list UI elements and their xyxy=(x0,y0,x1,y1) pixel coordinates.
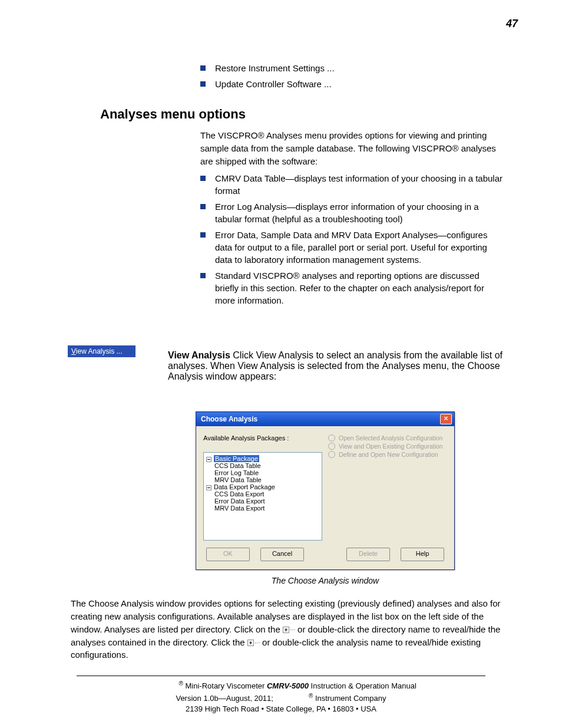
packages-tree[interactable]: Basic Package CCS Data Table Error Log T… xyxy=(203,452,322,541)
intro-paragraph: The VISCPRO® Analyses menu provides opti… xyxy=(200,129,503,167)
packages-label: Available Analysis Packages : xyxy=(203,434,322,442)
list-item: Error Log Analysis—displays error inform… xyxy=(200,200,503,225)
menu-item-label: iew Analysis ... xyxy=(76,347,123,355)
bullet-text: Error Log Analysis—displays error inform… xyxy=(215,200,503,225)
help-button[interactable]: Help xyxy=(401,548,444,561)
tree-leaf[interactable]: MRV Data Export xyxy=(214,505,319,512)
tree-leaf[interactable]: Error Data Export xyxy=(214,498,319,505)
radio-icon xyxy=(328,434,335,442)
bullet-text: CMRV Data Table—displays test informatio… xyxy=(215,172,503,197)
radio-icon xyxy=(328,443,335,450)
list-item: Update Controller Software ... xyxy=(200,78,503,90)
ok-button[interactable]: OK xyxy=(206,548,250,561)
list-item: CMRV Data Table—displays test informatio… xyxy=(200,172,503,197)
bullet-text: Error Data, Sample Data and MRV Data Exp… xyxy=(215,229,503,266)
list-item: Standard VISCPRO® analyses and reporting… xyxy=(200,269,503,307)
tree-leaf[interactable]: MRV Data Table xyxy=(214,476,319,483)
bullet-icon xyxy=(200,176,206,181)
tree-leaf[interactable]: CCS Data Export xyxy=(214,490,319,498)
tree-line-icon xyxy=(290,630,295,630)
close-icon[interactable]: × xyxy=(440,414,452,424)
plus-icon xyxy=(247,640,254,646)
bullet-icon xyxy=(200,81,206,87)
tree-node-basic[interactable]: Basic Package xyxy=(214,455,259,462)
tree-leaf[interactable]: Error Log Table xyxy=(214,469,319,476)
dialog-choose-analysis: Choose Analysis × Available Analysis Pac… xyxy=(196,411,455,570)
bullet-icon xyxy=(200,273,206,278)
delete-button[interactable]: Delete xyxy=(346,548,390,561)
menu-item-view-analysis[interactable]: View Analysis ... xyxy=(68,345,135,357)
figure-caption: The Choose Analysis window xyxy=(147,576,503,585)
radio-define-new[interactable]: Define and Open New Configuration xyxy=(328,451,447,458)
cancel-button[interactable]: Cancel xyxy=(260,548,304,561)
bullet-text: Update Controller Software ... xyxy=(215,78,332,90)
plus-icon xyxy=(283,627,289,633)
radio-icon xyxy=(328,451,335,458)
bullet-text: Standard VISCPRO® analyses and reporting… xyxy=(215,269,503,307)
post-dialog-paragraph: The Choose Analysis window provides opti… xyxy=(71,597,503,661)
tree-leaf[interactable]: CCS Data Table xyxy=(214,462,319,469)
page-footer: CANNON® Mini-Rotary Viscometer CMRV-5000… xyxy=(41,680,521,714)
list-item: Error Data, Sample Data and MRV Data Exp… xyxy=(200,229,503,266)
tree-line-icon xyxy=(255,643,260,643)
dialog-title: Choose Analysis xyxy=(201,415,257,423)
bullet-icon xyxy=(200,232,206,238)
radio-view-existing[interactable]: View and Open Existing Configuration xyxy=(328,443,447,450)
section-heading: Analyses menu options xyxy=(100,107,521,122)
list-item: Restore Instrument Settings ... xyxy=(200,62,503,74)
tree-node-export[interactable]: Data Export Package xyxy=(214,483,275,490)
subheading: View Analysis xyxy=(168,350,230,360)
radio-open-selected[interactable]: Open Selected Analysis Configuration xyxy=(328,434,447,442)
page-number: 47 xyxy=(506,18,518,30)
bullet-icon xyxy=(200,204,206,209)
bullet-text: Restore Instrument Settings ... xyxy=(215,62,335,74)
divider xyxy=(77,676,485,676)
bullet-icon xyxy=(200,65,206,71)
